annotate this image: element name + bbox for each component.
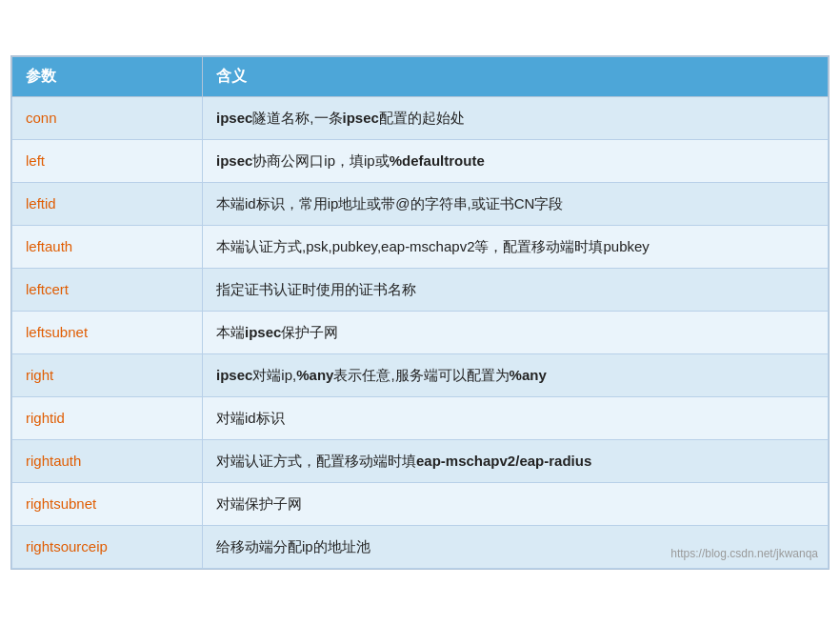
desc-cell: 对端id标识 [203, 397, 829, 440]
table-wrapper: 参数 含义 connipsec隧道名称,一条ipsec配置的起始处leftips… [10, 55, 830, 570]
table-header-row: 参数 含义 [12, 57, 829, 97]
param-cell: right [12, 354, 203, 397]
param-cell: leftcert [12, 269, 203, 312]
desc-cell: 本端ipsec保护子网 [203, 312, 829, 354]
table-row: leftsubnet本端ipsec保护子网 [12, 312, 829, 354]
param-cell: leftauth [12, 226, 203, 269]
table-row: leftid本端id标识，常用ip地址或带@的字符串,或证书CN字段 [12, 183, 829, 226]
desc-cell: ipsec协商公网口ip，填ip或%defaultroute [203, 140, 829, 183]
table-row: rightsubnet对端保护子网 [12, 483, 829, 526]
desc-cell: 指定证书认证时使用的证书名称 [203, 269, 829, 312]
table-row: rightauth对端认证方式，配置移动端时填eap-mschapv2/eap-… [12, 440, 829, 483]
param-cell: leftsubnet [12, 312, 203, 354]
desc-cell: ipsec对端ip,%any表示任意,服务端可以配置为%any [203, 354, 829, 397]
desc-cell: 本端认证方式,psk,pubkey,eap-mschapv2等，配置移动端时填p… [203, 226, 829, 269]
table-row: leftauth本端认证方式,psk,pubkey,eap-mschapv2等，… [12, 226, 829, 269]
desc-cell: 本端id标识，常用ip地址或带@的字符串,或证书CN字段 [203, 183, 829, 226]
watermark: https://blog.csdn.net/jkwanqa [670, 547, 818, 560]
param-cell: conn [12, 97, 203, 140]
param-cell: left [12, 140, 203, 183]
table-row: rightipsec对端ip,%any表示任意,服务端可以配置为%any [12, 354, 829, 397]
param-cell: rightsourceip [12, 526, 203, 569]
param-cell: rightsubnet [12, 483, 203, 526]
param-cell: leftid [12, 183, 203, 226]
desc-cell: ipsec隧道名称,一条ipsec配置的起始处 [203, 97, 829, 140]
param-cell: rightauth [12, 440, 203, 483]
header-param: 参数 [12, 57, 203, 97]
table-container: 参数 含义 connipsec隧道名称,一条ipsec配置的起始处leftips… [10, 55, 830, 570]
table-row: connipsec隧道名称,一条ipsec配置的起始处 [12, 97, 829, 140]
table-row: leftcert指定证书认证时使用的证书名称 [12, 269, 829, 312]
desc-cell: 对端保护子网 [203, 483, 829, 526]
desc-cell: 对端认证方式，配置移动端时填eap-mschapv2/eap-radius [203, 440, 829, 483]
params-table: 参数 含义 connipsec隧道名称,一条ipsec配置的起始处leftips… [11, 56, 829, 569]
table-row: leftipsec协商公网口ip，填ip或%defaultroute [12, 140, 829, 183]
header-meaning: 含义 [203, 57, 829, 97]
param-cell: rightid [12, 397, 203, 440]
table-row: rightid对端id标识 [12, 397, 829, 440]
